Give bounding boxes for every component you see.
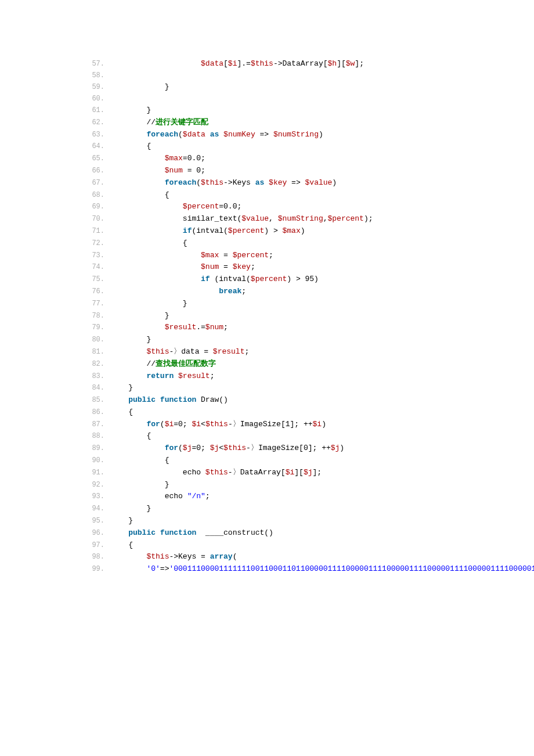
line-number: 69. (78, 201, 110, 213)
code-content: { (110, 141, 151, 153)
token-var: $j (183, 444, 192, 452)
code-line: 72. { (78, 237, 493, 250)
token-var: $result (213, 347, 245, 356)
token-var: $i (165, 420, 174, 429)
token-op: } (183, 299, 187, 308)
token-var: $num (205, 323, 223, 332)
token-var: $result (165, 323, 197, 332)
token-var: $percent (233, 251, 269, 260)
token-op: ( (178, 444, 183, 452)
token-op: ->DataArray[ (273, 59, 328, 68)
token-op: } (146, 504, 151, 513)
token-op: ][ (294, 468, 304, 477)
token-op: -〉data = (169, 347, 212, 356)
token-op: [ (223, 59, 228, 68)
token-var: $j (210, 444, 219, 452)
code-line: 87. for($i=0; $i<$this-〉ImageSize[1]; ++… (78, 419, 493, 431)
line-number: 90. (78, 455, 110, 466)
line-number: 84. (78, 383, 110, 394)
token-op: ); (364, 214, 373, 223)
token-var: $value (241, 214, 269, 223)
code-line: 84. } (78, 382, 493, 394)
code-line: 98. $this->Keys = array( (78, 551, 493, 563)
line-number: 57. (78, 59, 110, 70)
code-block: 57. $data[$i].=$this->DataArray[$h][$w];… (78, 58, 493, 575)
token-var: $num (201, 262, 219, 271)
token-op: (intval( (210, 275, 251, 283)
code-line: 77. } (78, 298, 493, 310)
token-op: ; (223, 323, 228, 332)
code-line: 88. { (78, 430, 493, 442)
code-content: } (110, 298, 187, 310)
token-op: Draw() (196, 395, 228, 404)
token-var: $value (305, 178, 333, 187)
code-content: '0'=>'0001110000111111100110001101100000… (110, 563, 534, 575)
token-var: $key (269, 178, 287, 187)
token-op: } (146, 106, 151, 114)
token-kw: if (201, 275, 210, 283)
token-op: => (255, 130, 273, 139)
token-var: $max (201, 251, 219, 260)
line-number: 70. (78, 214, 110, 225)
code-content: } (110, 382, 133, 394)
token-kw: array (210, 552, 233, 561)
token-op: { (165, 456, 169, 465)
token-op: ) (322, 420, 326, 429)
code-content: $this-〉data = $result; (110, 346, 249, 358)
code-content: similar_text($value, $numString,$percent… (110, 213, 373, 225)
token-var: $this (146, 552, 169, 561)
code-line: 68. { (78, 189, 493, 201)
line-number: 85. (78, 395, 110, 406)
code-content: $data[$i].=$this->DataArray[$h][$w]; (110, 58, 364, 70)
token-var: $this (146, 347, 169, 356)
token-op: // (146, 359, 156, 368)
token-op: .= (196, 323, 205, 332)
line-number: 87. (78, 419, 110, 430)
line-number: 67. (78, 178, 110, 189)
token-op: { (128, 408, 133, 416)
token-op: , (269, 214, 278, 223)
token-op: (intval( (192, 226, 228, 235)
code-content: $num = 0; (110, 165, 205, 177)
token-op: // (146, 118, 156, 127)
token-var: $this (201, 178, 223, 187)
token-op: echo (183, 468, 205, 477)
token-op: } (165, 311, 169, 320)
token-op: } (128, 383, 133, 392)
code-line: 86. { (78, 406, 493, 419)
code-line: 89. for($j=0; $j<$this-〉ImageSize[0]; ++… (78, 442, 493, 455)
token-kw: function (160, 528, 196, 537)
code-line: 95. } (78, 515, 493, 527)
token-op: ]; (355, 59, 364, 68)
code-content: { (110, 189, 169, 201)
code-content: } (110, 515, 133, 527)
token-kw: foreach (165, 178, 197, 187)
token-kw: for (146, 420, 160, 429)
code-line: 94. } (78, 503, 493, 515)
token-op: ->Keys (223, 178, 255, 187)
token-var: $result (178, 372, 210, 380)
code-line: 97. { (78, 539, 493, 552)
code-line: 76. break; (78, 286, 493, 298)
code-line: 60. (78, 93, 493, 105)
line-number: 72. (78, 238, 110, 249)
token-var: $key (233, 262, 251, 271)
token-op: { (165, 190, 169, 199)
token-op: => (287, 178, 305, 187)
token-op: { (146, 431, 151, 440)
code-content: } (110, 479, 169, 491)
token-var: $j (331, 444, 340, 452)
token-op: ]; (313, 468, 322, 477)
code-content: for($j=0; $j<$this-〉ImageSize[0]; ++$j) (110, 442, 344, 455)
token-var: $i (228, 59, 237, 68)
token-op: } (165, 82, 169, 91)
code-content: break; (110, 286, 246, 298)
line-number: 59. (78, 82, 110, 93)
token-op: ____construct() (196, 528, 273, 537)
token-op: { (128, 541, 133, 549)
line-number: 76. (78, 286, 110, 297)
code-content: { (110, 430, 151, 442)
token-op: ; (244, 347, 249, 356)
token-op: ) (319, 130, 323, 139)
line-number: 95. (78, 516, 110, 527)
